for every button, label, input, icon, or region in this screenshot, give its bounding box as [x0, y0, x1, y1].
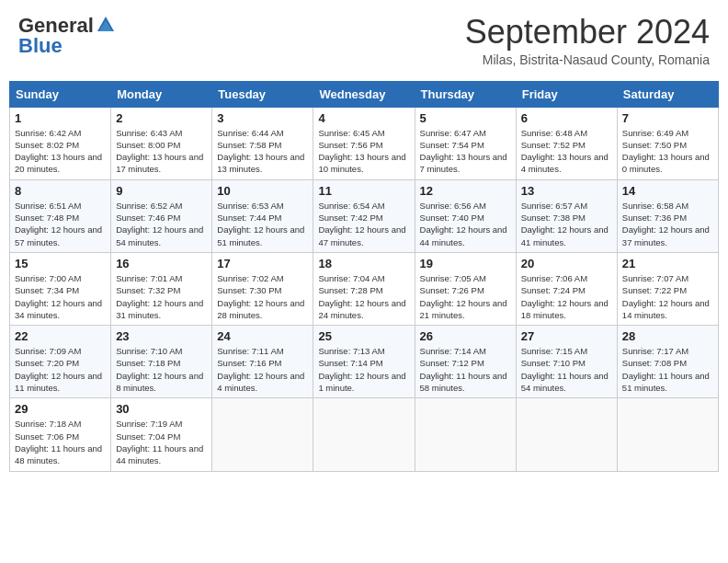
day-info: Sunrise: 7:13 AMSunset: 7:14 PMDaylight:… — [318, 345, 409, 394]
day-number: 23 — [116, 329, 207, 343]
day-info: Sunrise: 7:04 AMSunset: 7:28 PMDaylight:… — [318, 272, 409, 321]
calendar-cell: 2Sunrise: 6:43 AMSunset: 8:00 PMDaylight… — [111, 107, 212, 179]
calendar-cell — [516, 398, 617, 471]
calendar-cell: 4Sunrise: 6:45 AMSunset: 7:56 PMDaylight… — [313, 107, 415, 179]
calendar-cell: 13Sunrise: 6:57 AMSunset: 7:38 PMDayligh… — [516, 179, 617, 252]
day-number: 4 — [318, 111, 409, 125]
calendar-cell: 19Sunrise: 7:05 AMSunset: 7:26 PMDayligh… — [415, 252, 516, 325]
day-info: Sunrise: 7:19 AMSunset: 7:04 PMDaylight:… — [116, 418, 207, 466]
calendar-cell: 7Sunrise: 6:49 AMSunset: 7:50 PMDaylight… — [617, 107, 718, 179]
day-info: Sunrise: 7:06 AMSunset: 7:24 PMDaylight:… — [521, 272, 612, 321]
calendar-cell: 28Sunrise: 7:17 AMSunset: 7:08 PMDayligh… — [617, 326, 718, 398]
month-title: September 2024 — [465, 14, 710, 51]
day-info: Sunrise: 7:00 AMSunset: 7:34 PMDaylight:… — [15, 272, 106, 321]
day-number: 29 — [15, 402, 106, 416]
calendar-cell: 16Sunrise: 7:01 AMSunset: 7:32 PMDayligh… — [111, 252, 212, 325]
calendar-cell: 21Sunrise: 7:07 AMSunset: 7:22 PMDayligh… — [617, 252, 718, 325]
day-number: 28 — [622, 329, 713, 343]
day-number: 25 — [318, 329, 409, 343]
day-number: 3 — [217, 111, 308, 125]
calendar-cell — [212, 398, 313, 471]
day-info: Sunrise: 7:05 AMSunset: 7:26 PMDaylight:… — [420, 272, 511, 321]
day-info: Sunrise: 7:18 AMSunset: 7:06 PMDaylight:… — [15, 418, 106, 466]
day-number: 18 — [318, 257, 409, 270]
calendar-cell: 11Sunrise: 6:54 AMSunset: 7:42 PMDayligh… — [313, 179, 415, 252]
day-number: 2 — [116, 111, 207, 125]
day-number: 19 — [420, 257, 511, 270]
calendar-cell: 3Sunrise: 6:44 AMSunset: 7:58 PMDaylight… — [212, 107, 313, 179]
calendar-cell — [313, 398, 415, 471]
logo-icon — [96, 15, 116, 35]
calendar-cell: 27Sunrise: 7:15 AMSunset: 7:10 PMDayligh… — [516, 326, 617, 398]
day-info: Sunrise: 6:45 AMSunset: 7:56 PMDaylight:… — [318, 127, 409, 176]
day-number: 8 — [15, 184, 106, 198]
calendar-cell: 25Sunrise: 7:13 AMSunset: 7:14 PMDayligh… — [313, 326, 415, 398]
header: General Blue September 2024 Milas, Bistr… — [9, 9, 719, 72]
day-number: 6 — [521, 111, 612, 125]
day-number: 22 — [15, 329, 106, 343]
logo-blue-text: Blue — [18, 34, 63, 58]
calendar-cell: 14Sunrise: 6:58 AMSunset: 7:36 PMDayligh… — [617, 179, 718, 252]
calendar-cell: 23Sunrise: 7:10 AMSunset: 7:18 PMDayligh… — [111, 326, 212, 398]
day-info: Sunrise: 7:14 AMSunset: 7:12 PMDaylight:… — [420, 345, 511, 394]
day-info: Sunrise: 7:02 AMSunset: 7:30 PMDaylight:… — [217, 272, 308, 321]
day-number: 7 — [622, 111, 713, 125]
day-info: Sunrise: 6:42 AMSunset: 8:02 PMDaylight:… — [15, 127, 106, 176]
day-info: Sunrise: 6:53 AMSunset: 7:44 PMDaylight:… — [217, 200, 308, 248]
day-number: 20 — [521, 257, 612, 270]
day-number: 16 — [116, 257, 207, 270]
day-number: 1 — [15, 111, 106, 125]
day-number: 26 — [420, 329, 511, 343]
calendar-cell — [617, 398, 718, 471]
day-header-tuesday: Tuesday — [212, 81, 313, 107]
day-info: Sunrise: 7:07 AMSunset: 7:22 PMDaylight:… — [622, 272, 713, 321]
day-header-monday: Monday — [111, 81, 212, 107]
day-info: Sunrise: 6:52 AMSunset: 7:46 PMDaylight:… — [116, 200, 207, 248]
day-number: 21 — [622, 257, 713, 270]
calendar-cell: 9Sunrise: 6:52 AMSunset: 7:46 PMDaylight… — [111, 179, 212, 252]
day-number: 24 — [217, 329, 308, 343]
calendar-cell: 15Sunrise: 7:00 AMSunset: 7:34 PMDayligh… — [10, 252, 111, 325]
calendar-cell: 26Sunrise: 7:14 AMSunset: 7:12 PMDayligh… — [415, 326, 516, 398]
day-number: 12 — [420, 184, 511, 198]
calendar-cell: 6Sunrise: 6:48 AMSunset: 7:52 PMDaylight… — [516, 107, 617, 179]
day-info: Sunrise: 7:11 AMSunset: 7:16 PMDaylight:… — [217, 345, 308, 394]
calendar-cell: 20Sunrise: 7:06 AMSunset: 7:24 PMDayligh… — [516, 252, 617, 325]
calendar-cell: 18Sunrise: 7:04 AMSunset: 7:28 PMDayligh… — [313, 252, 415, 325]
day-info: Sunrise: 7:10 AMSunset: 7:18 PMDaylight:… — [116, 345, 207, 394]
day-header-wednesday: Wednesday — [313, 81, 415, 107]
day-number: 30 — [116, 402, 207, 416]
location-title: Milas, Bistrita-Nasaud County, Romania — [465, 52, 710, 67]
calendar-cell: 24Sunrise: 7:11 AMSunset: 7:16 PMDayligh… — [212, 326, 313, 398]
day-number: 10 — [217, 184, 308, 198]
day-number: 17 — [217, 257, 308, 270]
day-number: 13 — [521, 184, 612, 198]
calendar-cell: 22Sunrise: 7:09 AMSunset: 7:20 PMDayligh… — [10, 326, 111, 398]
day-number: 5 — [420, 111, 511, 125]
day-info: Sunrise: 7:15 AMSunset: 7:10 PMDaylight:… — [521, 345, 612, 394]
calendar-cell: 1Sunrise: 6:42 AMSunset: 8:02 PMDaylight… — [10, 107, 111, 179]
day-info: Sunrise: 6:43 AMSunset: 8:00 PMDaylight:… — [116, 127, 207, 176]
day-header-friday: Friday — [516, 81, 617, 107]
calendar-week-3: 15Sunrise: 7:00 AMSunset: 7:34 PMDayligh… — [10, 252, 719, 325]
logo: General Blue — [18, 14, 116, 58]
calendar-week-1: 1Sunrise: 6:42 AMSunset: 8:02 PMDaylight… — [10, 107, 719, 179]
calendar-cell — [415, 398, 516, 471]
day-header-thursday: Thursday — [415, 81, 516, 107]
day-info: Sunrise: 6:58 AMSunset: 7:36 PMDaylight:… — [622, 200, 713, 248]
title-area: September 2024 Milas, Bistrita-Nasaud Co… — [465, 14, 710, 67]
calendar-week-5: 29Sunrise: 7:18 AMSunset: 7:06 PMDayligh… — [10, 398, 719, 471]
calendar-cell: 5Sunrise: 6:47 AMSunset: 7:54 PMDaylight… — [415, 107, 516, 179]
calendar-cell: 12Sunrise: 6:56 AMSunset: 7:40 PMDayligh… — [415, 179, 516, 252]
day-info: Sunrise: 6:57 AMSunset: 7:38 PMDaylight:… — [521, 200, 612, 248]
day-header-sunday: Sunday — [10, 81, 111, 107]
day-info: Sunrise: 6:44 AMSunset: 7:58 PMDaylight:… — [217, 127, 308, 176]
day-info: Sunrise: 6:47 AMSunset: 7:54 PMDaylight:… — [420, 127, 511, 176]
calendar-cell: 10Sunrise: 6:53 AMSunset: 7:44 PMDayligh… — [212, 179, 313, 252]
day-info: Sunrise: 6:56 AMSunset: 7:40 PMDaylight:… — [420, 200, 511, 248]
calendar-week-2: 8Sunrise: 6:51 AMSunset: 7:48 PMDaylight… — [10, 179, 719, 252]
day-info: Sunrise: 6:49 AMSunset: 7:50 PMDaylight:… — [622, 127, 713, 176]
day-number: 9 — [116, 184, 207, 198]
day-info: Sunrise: 6:54 AMSunset: 7:42 PMDaylight:… — [318, 200, 409, 248]
calendar-week-4: 22Sunrise: 7:09 AMSunset: 7:20 PMDayligh… — [10, 326, 719, 398]
